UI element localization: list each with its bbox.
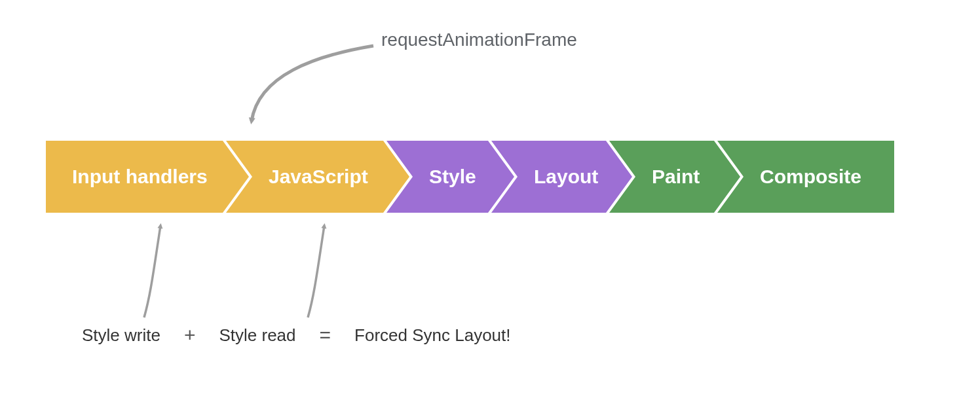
stage-label: JavaScript — [269, 166, 368, 188]
plus-operator: + — [184, 324, 196, 346]
stage-label: Composite — [760, 166, 861, 188]
stage-label: Input handlers — [72, 166, 208, 188]
stage-label: Layout — [534, 166, 598, 188]
pipeline-row: Input handlers JavaScript Style Layout P… — [46, 141, 894, 213]
top-annotation-label: requestAnimationFrame — [381, 29, 577, 50]
stage-label: Style — [429, 166, 476, 188]
stage-composite: Composite — [717, 141, 894, 213]
stage-javascript: JavaScript — [226, 141, 409, 213]
stage-input-handlers: Input handlers — [46, 141, 249, 213]
bottom-term-style-read: Style read — [219, 325, 295, 346]
bottom-term-result: Forced Sync Layout! — [354, 325, 510, 346]
equals-operator: = — [320, 324, 331, 346]
bottom-term-style-write: Style write — [82, 325, 160, 346]
bottom-equation-row: Style write + Style read = Forced Sync L… — [82, 324, 511, 346]
stage-label: Paint — [652, 166, 700, 188]
